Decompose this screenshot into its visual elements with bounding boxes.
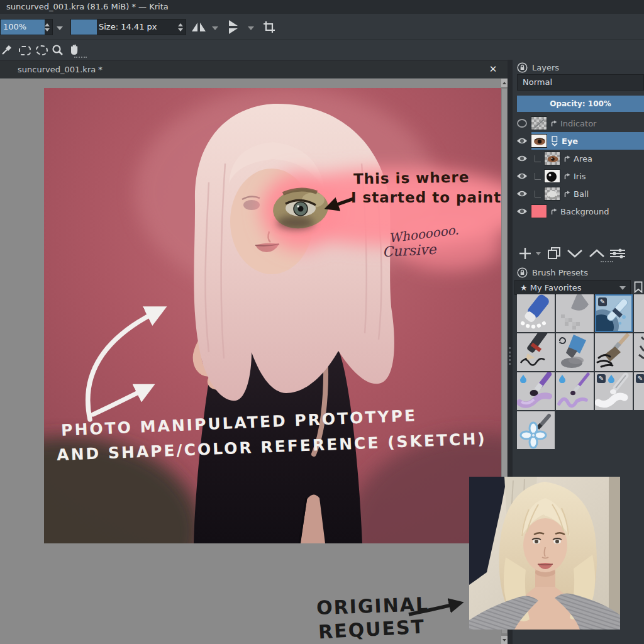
move-layer-down-button[interactable] <box>565 244 584 263</box>
canvas-artwork[interactable]: This is where I started to paint Whooooo… <box>44 88 501 543</box>
layer-name: Area <box>574 154 592 164</box>
zoom-value: 100% <box>3 19 26 35</box>
mirror-horizontal-button[interactable] <box>191 20 207 34</box>
similar-selection-icon <box>36 45 48 55</box>
layer-thumbnail <box>544 187 560 201</box>
brush-preset-bristle-ink[interactable] <box>595 333 633 371</box>
layer-actions <box>513 244 644 263</box>
brush-preset-partial[interactable] <box>634 294 644 332</box>
layer-thumbnail <box>531 134 547 148</box>
mirror-vertical-icon <box>227 19 240 35</box>
scroll-down-button[interactable] <box>501 636 508 644</box>
zoom-level-spinbox[interactable]: 100% <box>0 19 53 35</box>
duplicate-layer-button[interactable] <box>546 244 562 263</box>
reference-photo <box>469 477 620 630</box>
trim-canvas-button[interactable] <box>262 20 277 34</box>
wet-drop-badge-icon <box>607 374 616 383</box>
layer-thumbnail <box>531 116 547 130</box>
layer-row-iris[interactable]: Iris <box>513 167 644 185</box>
inherit-alpha-icon[interactable] <box>564 191 570 197</box>
zoom-preset-dropdown[interactable] <box>55 25 64 31</box>
bookmark-tag-button[interactable] <box>633 281 643 293</box>
layer-name: Indicator <box>560 119 596 128</box>
docker-lock-icon <box>517 267 528 278</box>
zoom-tool[interactable] <box>50 42 64 57</box>
brush-preset-wet-paint-selected[interactable]: ✎ <box>595 294 633 332</box>
layer-name: Eye <box>562 136 578 146</box>
visibility-on-icon[interactable] <box>516 154 528 163</box>
opacity-value: Opacity: 100% <box>550 99 611 108</box>
toolbar-drag-handle[interactable] <box>74 57 87 58</box>
add-layer-button[interactable] <box>517 244 533 263</box>
inherit-alpha-icon[interactable] <box>564 173 570 180</box>
brush-preset-flower-stamp[interactable] <box>517 411 555 449</box>
layer-name: Ball <box>574 189 589 199</box>
splitter-handle[interactable] <box>509 347 511 365</box>
title-bar: suncurved_001.kra (81.6 MiB) * — Krita <box>0 0 644 14</box>
blend-mode-combo[interactable]: Normal <box>517 74 644 91</box>
mirror-vertical-dropdown[interactable] <box>247 25 255 31</box>
brush-preset-soft-airbrush[interactable] <box>556 294 594 332</box>
plus-icon <box>518 247 532 260</box>
visibility-on-icon[interactable] <box>516 136 528 145</box>
zoom-spin-arrows[interactable] <box>43 19 51 35</box>
visibility-off-icon[interactable] <box>516 119 528 128</box>
layer-row-eye[interactable]: Eye <box>513 132 644 150</box>
properties-sliders-icon <box>609 248 626 259</box>
chevron-up-icon <box>589 249 605 258</box>
group-layer-icons[interactable] <box>550 136 558 147</box>
brush-size-spin-arrows[interactable] <box>177 19 184 35</box>
visibility-on-icon[interactable] <box>516 172 528 180</box>
layer-row-area[interactable]: Area <box>513 150 644 167</box>
brush-preset-purple-round-wet[interactable] <box>517 372 555 410</box>
color-sampler-tool[interactable] <box>0 42 14 57</box>
brush-preset-partial[interactable]: ✎ <box>634 372 644 410</box>
pencil-badge-icon: ✎ <box>598 297 607 306</box>
wet-drop-badge-icon <box>519 374 528 383</box>
layer-row-ball[interactable]: Ball <box>513 185 644 203</box>
tools-toolbar <box>0 40 644 61</box>
canvas-note-cursive2: Cursive <box>382 242 436 260</box>
visibility-on-icon[interactable] <box>516 207 528 216</box>
group-icon <box>552 136 558 142</box>
tab-close-button[interactable]: ✕ <box>486 62 500 76</box>
outline-selection-tool[interactable] <box>16 43 33 57</box>
layer-thumbnail <box>544 152 560 165</box>
brush-preset-marker-smudge[interactable] <box>556 333 594 371</box>
brush-preset-block-eraser[interactable] <box>517 294 555 332</box>
preset-filter-value: ★ My Favorites <box>520 283 582 292</box>
layer-thumbnail <box>531 204 547 218</box>
inherit-alpha-icon[interactable] <box>564 155 570 162</box>
layers-docker-handle[interactable] <box>601 261 613 262</box>
brush-preset-pencil[interactable] <box>517 333 555 371</box>
visibility-on-icon[interactable] <box>516 189 528 198</box>
layer-properties-button[interactable] <box>608 244 627 263</box>
layer-thumbnail <box>544 169 560 183</box>
mirror-horizontal-dropdown[interactable] <box>211 25 219 31</box>
add-layer-dropdown[interactable] <box>535 244 542 263</box>
inherit-alpha-icon[interactable] <box>550 208 557 215</box>
refresh-badge-icon <box>558 335 567 344</box>
mirror-horizontal-icon <box>191 21 206 33</box>
collapse-chevron-icon[interactable] <box>552 143 558 147</box>
brush-preset-white-smooth-pen[interactable]: ✎ <box>595 372 633 410</box>
pan-tool[interactable] <box>67 42 82 57</box>
preset-filter-combo[interactable]: ★ My Favorites <box>514 280 631 295</box>
pencil-badge-icon: ✎ <box>636 374 644 383</box>
opacity-slider[interactable]: Opacity: 100% <box>517 96 644 112</box>
brush-preset-partial[interactable] <box>634 333 644 371</box>
move-layer-up-button[interactable] <box>587 244 606 263</box>
inherit-alpha-icon[interactable] <box>550 120 557 127</box>
similar-selection-tool[interactable] <box>33 43 50 57</box>
pan-tool-icon <box>69 43 80 55</box>
canvas-view[interactable]: suncurved_001.kra * ✕ <box>0 61 508 644</box>
layer-row-background[interactable]: Background <box>513 203 644 220</box>
layer-row-indicator[interactable]: Indicator <box>513 114 644 132</box>
mirror-vertical-button[interactable] <box>226 19 240 35</box>
scroll-up-button[interactable] <box>501 79 508 87</box>
canvas-note-eye-line2: I started to paint <box>351 189 501 206</box>
original-request-arrow <box>406 596 469 621</box>
brush-size-spinbox[interactable]: Size: 14.41 px <box>70 19 186 35</box>
brush-preset-purple-liner-wet[interactable] <box>556 372 594 410</box>
document-tab[interactable]: suncurved_001.kra * <box>18 61 103 78</box>
